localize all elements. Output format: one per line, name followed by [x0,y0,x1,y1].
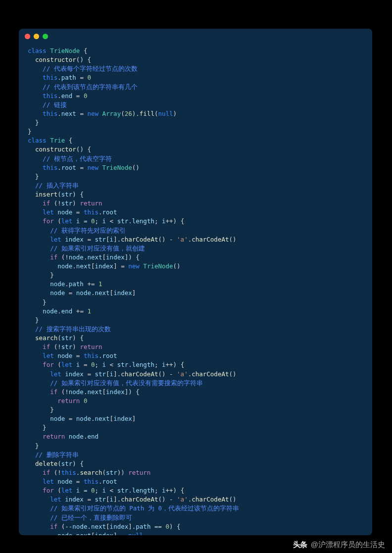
var-i: i [102,487,106,494]
prop-next: next [76,532,91,535]
num: 0 [87,74,91,81]
param-str: str [61,460,73,467]
return: return [57,397,80,404]
prop-end: end [61,92,73,100]
var-index: index [106,388,125,396]
fn-charcodeat: charCodeAt [192,496,229,503]
comment: // 代表每个字符经过节点的次数 [43,65,138,72]
fn-charcodeat: charCodeAt [192,236,229,243]
num: 0 [166,523,170,530]
return: return [43,433,65,440]
this: this [43,74,57,81]
this: this [43,92,57,100]
num: 0 [91,361,95,368]
code-window: class TrieNode { constructor() { // 代表每个… [19,29,372,535]
this: this [84,208,98,216]
comment: // 获得字符先对应的索引 [50,227,126,234]
for: for [43,361,54,368]
let: let [61,487,73,494]
let: let [61,217,73,225]
new: new [128,262,140,270]
window-titlebar [19,29,372,44]
var-str: str [117,217,129,225]
let: let [61,361,73,368]
num: 0 [84,397,88,404]
fn-constructor: constructor [35,56,76,63]
let: let [43,208,54,216]
close-icon[interactable] [25,34,30,39]
fn-insert: insert [35,191,57,198]
var-index: index [65,370,84,378]
minimize-icon[interactable] [34,34,39,39]
if: if [43,469,50,476]
var-index: index [95,532,114,535]
for: for [43,487,54,494]
param-str: str [61,334,73,342]
var-i: i [110,370,114,378]
prop-next: next [95,289,109,297]
var-i: i [102,361,106,368]
for: for [43,217,54,225]
comment: // 如果索引对应没有值，就创建 [50,245,145,252]
num: 26 [125,110,132,117]
let: let [43,352,54,359]
fn-search: search [80,469,102,476]
maximize-icon[interactable] [43,34,48,39]
prop-length: length [132,487,154,494]
let: let [50,496,61,503]
prop-next: next [76,262,91,270]
var-i: i [76,217,80,225]
prop-root: root [61,164,76,171]
var-str: str [117,361,129,368]
this: this [84,352,98,359]
var-index: index [110,523,129,530]
fn-charcodeat: charCodeAt [121,370,158,378]
var-node: node [76,289,91,297]
comment: // 链接 [43,101,67,108]
prop-root: root [102,478,117,485]
var-node: node [57,352,72,359]
var-node: node [69,253,84,261]
return: return [80,200,102,207]
comment: // 删除字符串 [35,451,79,458]
var-str: str [95,236,106,243]
fn-constructor: constructor [35,146,76,153]
comment: // 代表到该节点的字符串有几个 [43,83,138,91]
let: let [50,236,61,243]
str-a: 'a' [177,236,188,243]
var-node: node [57,262,72,270]
fn-charcodeat: charCodeAt [121,496,158,503]
prop-root: root [102,208,117,216]
let: let [50,370,61,378]
class-trienode: TrieNode [143,262,173,270]
var-index: index [65,496,84,503]
var-i: i [110,496,114,503]
var-node: node [72,523,87,530]
author-text: @沪漂程序员的生活史 [311,539,385,550]
var-i: i [76,361,80,368]
var-index: index [113,289,132,297]
var-node: node [43,307,57,315]
var-index: index [65,236,84,243]
if: if [43,200,50,207]
if: if [43,343,50,351]
prop-end: end [87,433,98,440]
var-str: str [61,200,73,207]
null: null [128,532,143,535]
var-i: i [102,217,106,225]
code-block: class TrieNode { constructor() { // 代表每个… [19,44,372,535]
class-name: TrieNode [50,47,80,54]
var-node: node [57,532,72,535]
comment: // 搜索字符串出现的次数 [35,325,111,333]
this: this [61,469,76,476]
prop-end: end [61,307,73,315]
num: 0 [91,217,95,225]
var-str: str [95,370,106,378]
var-index: index [113,415,132,422]
keyword-class: class [28,137,47,144]
fn-charcodeat: charCodeAt [121,236,158,243]
return: return [80,343,102,351]
var-i: i [76,487,80,494]
prop-next: next [61,110,76,117]
num: 0 [91,487,95,494]
